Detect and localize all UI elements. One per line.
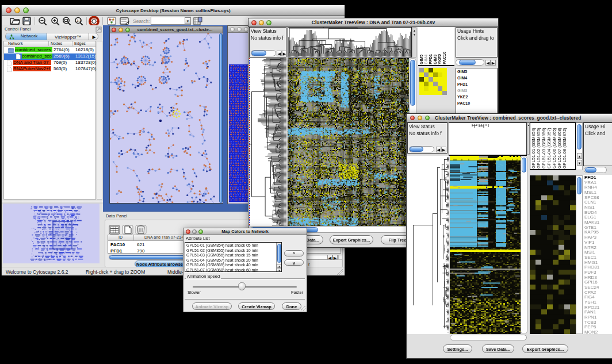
svg-text:GPL51-01 (GSM854): GPL51-01 (GSM854) [531, 128, 536, 168]
svg-text:1:1: 1:1 [76, 19, 82, 22]
svg-text:GPL51-02 (GSM855): GPL51-02 (GSM855) [536, 128, 541, 168]
svg-text:GPL51-08 (GSM872): GPL51-08 (GSM872) [562, 128, 567, 168]
svg-text:PFD1: PFD1 [429, 54, 433, 64]
svg-text:GPL51-03 (GSM856): GPL51-03 (GSM856) [541, 128, 546, 168]
svg-text:GPL51-06 (GSM865): GPL51-06 (GSM865) [552, 128, 557, 168]
svg-text:GPL51-04 (GSM857): GPL51-04 (GSM857) [546, 128, 552, 168]
svg-text:YKE2: YKE2 [438, 54, 442, 64]
svg-text:GIM3: GIM3 [433, 55, 437, 64]
svg-text:GIM4: GIM4 [424, 55, 428, 64]
svg-text:GPL51-07 (GSM868): GPL51-07 (GSM868) [557, 128, 562, 168]
svg-text:PAC10: PAC10 [442, 52, 446, 64]
svg-text:GIM5: GIM5 [419, 55, 423, 64]
